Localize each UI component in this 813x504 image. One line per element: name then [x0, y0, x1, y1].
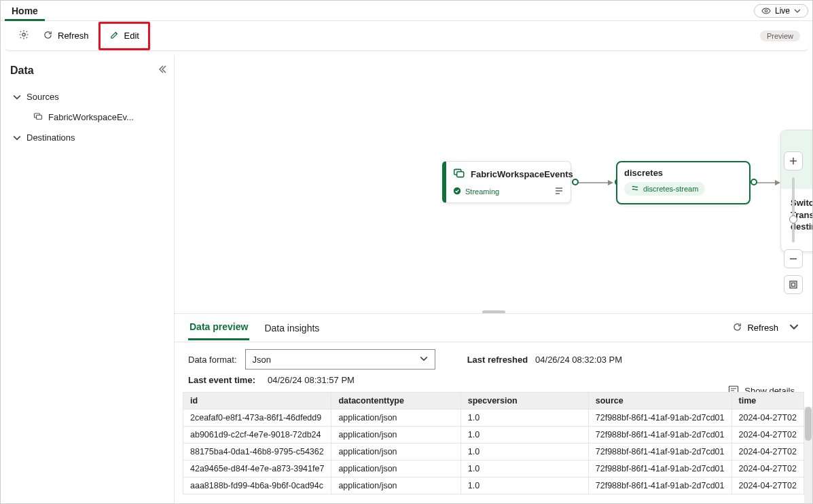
svg-rect-5 [457, 172, 464, 177]
source-item-label: FabricWorkspaceEv... [48, 112, 134, 122]
sidebar-item-source[interactable]: FabricWorkspaceEv... [10, 107, 167, 127]
last-refreshed: Last refreshed 04/26/24 08:32:03 PM [467, 355, 799, 365]
cell-id: 88175ba4-0da1-46b8-9795-c54362 [183, 444, 331, 461]
collapse-sidebar-icon[interactable] [158, 65, 167, 77]
zoom-controls [784, 151, 803, 294]
cell-id: 2ceafaf0-e8f1-473a-86f1-46dfedd9 [183, 410, 331, 427]
edge-source-to-stream [575, 177, 617, 188]
cell-datacontenttype: application/json [331, 461, 460, 478]
cell-source: 72f988bf-86f1-41af-91ab-2d7cd01 [588, 427, 731, 444]
last-refreshed-label: Last refreshed [467, 355, 528, 365]
stream-pill-label: discretes-stream [643, 185, 698, 193]
cell-specversion: 1.0 [460, 461, 588, 478]
refresh-label: Refresh [58, 31, 89, 41]
col-time[interactable]: time [731, 393, 804, 410]
svg-point-0 [765, 10, 767, 12]
node-source[interactable]: FabricWorkspaceEvents Streaming [442, 161, 571, 203]
cell-time: 2024-04-27T02 [731, 478, 804, 494]
table-row[interactable]: aaa8188b-fd99-4b6a-9b6f-0cad94capplicati… [183, 478, 804, 494]
table-row[interactable]: 88175ba4-0da1-46b8-9795-c54362applicatio… [183, 444, 804, 461]
menu-icon[interactable] [554, 187, 564, 196]
edit-button-highlight: Edit [98, 22, 150, 50]
zoom-out-button[interactable] [784, 249, 803, 268]
cell-source: 72f988bf-86f1-41af-91ab-2d7cd01 [588, 444, 731, 461]
node-stream[interactable]: discretes discretes-stream [616, 161, 751, 204]
gear-icon [18, 29, 29, 42]
sidebar-title: Data [10, 65, 34, 77]
eye-icon [761, 6, 771, 16]
preview-refresh-button[interactable]: Refresh [728, 319, 782, 337]
chevron-down-icon[interactable] [789, 322, 799, 334]
preview-badge: Preview [760, 31, 800, 41]
col-datacontenttype[interactable]: datacontenttype [331, 393, 460, 410]
data-format-select[interactable]: Json [245, 349, 435, 370]
panel-resize-handle[interactable] [482, 310, 505, 313]
cell-id: ab9061d9-c2cf-4e7e-9018-72db24 [183, 427, 331, 444]
live-mode-dropdown[interactable]: Live [754, 4, 808, 18]
zoom-in-button[interactable] [784, 151, 803, 170]
sidebar-section-sources[interactable]: Sources [10, 86, 167, 107]
col-source[interactable]: source [588, 393, 731, 410]
cell-source: 72f988bf-86f1-41af-91ab-2d7cd01 [588, 461, 731, 478]
body: Data Sources FabricWorkspaceEv... [1, 55, 812, 503]
preview-tabs: Data preview Data insights Refresh [175, 314, 812, 342]
zoom-fit-button[interactable] [784, 275, 803, 294]
cell-time: 2024-04-27T02 [731, 427, 804, 444]
col-specversion[interactable]: specversion [460, 393, 588, 410]
cell-time: 2024-04-27T02 [731, 444, 804, 461]
sidebar-header: Data [10, 65, 167, 77]
toolbar: Refresh Edit Preview [5, 21, 808, 51]
edit-label: Edit [124, 31, 139, 41]
scrollbar-thumb[interactable] [805, 407, 812, 441]
chevron-down-icon [13, 134, 21, 142]
last-refreshed-value: 04/26/24 08:32:03 PM [535, 355, 622, 365]
cell-datacontenttype: application/json [331, 444, 460, 461]
cell-time: 2024-04-27T02 [731, 410, 804, 427]
workspace-icon [33, 111, 43, 123]
cell-source: 72f988bf-86f1-41af-91ab-2d7cd01 [588, 410, 731, 427]
svg-rect-3 [37, 115, 42, 120]
table-row[interactable]: 2ceafaf0-e8f1-473a-86f1-46dfedd9applicat… [183, 410, 804, 427]
sidebar: Data Sources FabricWorkspaceEv... [1, 55, 175, 503]
tab-data-insights[interactable]: Data insights [263, 317, 321, 340]
data-format-label: Data format: [188, 355, 237, 365]
sidebar-section-destinations[interactable]: Destinations [10, 127, 167, 148]
app-root: Home Live Refresh [0, 0, 813, 504]
port-stream-out[interactable] [751, 179, 757, 185]
tab-data-preview[interactable]: Data preview [188, 315, 249, 340]
workspace-icon [453, 167, 465, 181]
stream-icon [631, 184, 639, 194]
table-row[interactable]: 42a9465e-d84f-4e7e-a873-3941fe7applicati… [183, 461, 804, 478]
canvas[interactable]: FabricWorkspaceEvents Streaming [175, 55, 812, 313]
table-scrollbar[interactable] [804, 407, 812, 503]
zoom-slider[interactable] [792, 177, 795, 242]
cell-source: 72f988bf-86f1-41af-91ab-2d7cd01 [588, 478, 731, 494]
port-source-out[interactable] [572, 179, 579, 185]
refresh-icon [732, 322, 742, 334]
svg-rect-8 [790, 281, 797, 288]
source-node-title: FabricWorkspaceEvents [471, 169, 573, 179]
stream-node-title: discretes [624, 168, 742, 178]
live-label: Live [775, 6, 790, 16]
main: FabricWorkspaceEvents Streaming [175, 55, 812, 503]
chevron-down-icon [794, 7, 801, 14]
zoom-slider-thumb[interactable] [789, 215, 797, 223]
refresh-button[interactable]: Refresh [36, 26, 96, 46]
preview-panel: Data preview Data insights Refresh [175, 313, 812, 503]
chevron-down-icon [420, 355, 428, 365]
edit-button[interactable]: Edit [103, 26, 146, 46]
tab-home[interactable]: Home [5, 1, 45, 21]
table-row[interactable]: ab9061d9-c2cf-4e7e-9018-72db24applicatio… [183, 427, 804, 444]
preview-table: id datacontenttype specversion source ti… [183, 392, 804, 494]
cell-specversion: 1.0 [460, 478, 588, 494]
col-id[interactable]: id [183, 393, 331, 410]
data-format-value: Json [253, 355, 271, 365]
edit-icon [109, 30, 120, 42]
settings-button[interactable] [12, 25, 36, 46]
cell-id: 42a9465e-d84f-4e7e-a873-3941fe7 [183, 461, 331, 478]
cell-specversion: 1.0 [460, 410, 588, 427]
preview-table-wrap: id datacontenttype specversion source ti… [175, 392, 812, 503]
preview-filter-row: Data format: Json Last refreshed 04/26/2… [175, 342, 812, 372]
preview-subline: Last event time: 04/26/24 08:31:57 PM Sh… [175, 372, 812, 392]
cell-datacontenttype: application/json [331, 478, 460, 494]
